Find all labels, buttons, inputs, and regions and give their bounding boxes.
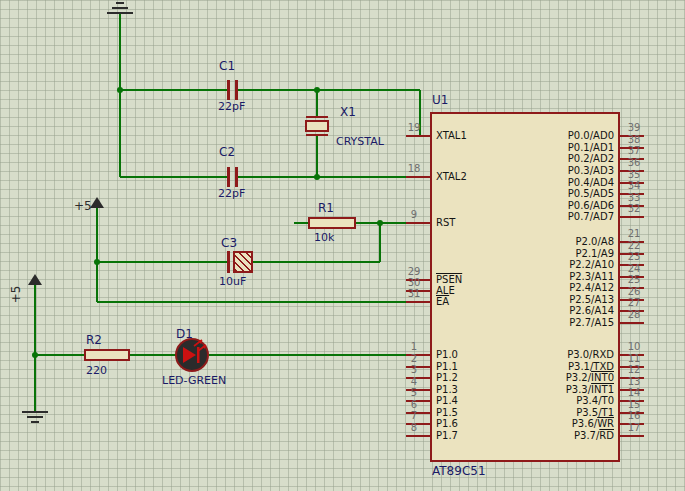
r2-resistor[interactable] — [84, 349, 130, 361]
pin-number: 23 — [622, 251, 646, 263]
junction-dot — [94, 259, 100, 265]
c3-ref[interactable]: C3 — [221, 237, 237, 250]
pin-number: 32 — [622, 203, 646, 215]
c2-value[interactable]: 22pF — [218, 187, 245, 200]
wire-segment[interactable] — [119, 14, 121, 177]
pin-number: 10 — [622, 341, 646, 353]
pin-name: P1.2 — [436, 372, 458, 384]
pin-number: 12 — [622, 364, 646, 376]
wire-segment[interactable] — [294, 222, 308, 224]
ground-bar — [116, 2, 124, 4]
pin-stub[interactable] — [406, 135, 430, 137]
pin-number: 27 — [622, 297, 646, 309]
pin-name: P1.0 — [436, 349, 458, 361]
pin-number: 14 — [622, 387, 646, 399]
wire-segment[interactable] — [34, 355, 36, 412]
wire-segment[interactable] — [97, 301, 406, 303]
r1-value[interactable]: 10k — [314, 231, 334, 244]
wire-segment[interactable] — [96, 206, 98, 302]
pin-stub[interactable] — [406, 222, 430, 224]
vcc-label[interactable]: +5 — [74, 200, 92, 213]
pin-number: 18 — [402, 163, 426, 175]
wire-segment[interactable] — [316, 90, 318, 117]
power-arrow-icon — [90, 197, 104, 208]
pin-number: 5 — [402, 387, 426, 399]
pin-name: P0.0/AD0 — [474, 130, 614, 142]
wire-segment[interactable] — [120, 176, 227, 178]
r1-ref[interactable]: R1 — [318, 202, 334, 215]
pin-stub[interactable] — [620, 216, 644, 218]
pin-stub[interactable] — [406, 301, 430, 303]
wire-segment[interactable] — [130, 354, 176, 356]
capacitor-plate — [235, 167, 238, 187]
pin-number: 9 — [402, 209, 426, 221]
wire-segment[interactable] — [316, 135, 318, 177]
pin-name: P1.4 — [436, 395, 458, 407]
pin-name: P3.2/INT0 — [474, 372, 614, 384]
x1-ref[interactable]: X1 — [340, 106, 356, 119]
u1-ref[interactable]: U1 — [432, 94, 448, 107]
pin-stub[interactable] — [406, 435, 430, 437]
pin-number: 31 — [402, 288, 426, 300]
r2-ref[interactable]: R2 — [86, 334, 102, 347]
wire-segment[interactable] — [379, 223, 381, 262]
pin-name: XTAL1 — [436, 130, 467, 142]
ground-bar — [112, 7, 128, 9]
wire-segment[interactable] — [238, 89, 420, 91]
r1-resistor[interactable] — [308, 217, 356, 229]
pin-name: P3.0/RXD — [474, 349, 614, 361]
crystal-plate — [306, 134, 328, 136]
d1-ref[interactable]: D1 — [176, 328, 193, 341]
pin-number: 3 — [402, 364, 426, 376]
pin-name: XTAL2 — [436, 171, 467, 183]
ground-bar — [22, 411, 48, 413]
vcc-label[interactable]: +5 — [10, 286, 23, 304]
pin-name: P2.6/A14 — [474, 305, 614, 317]
junction-dot — [377, 220, 383, 226]
capacitor-plate — [227, 80, 230, 100]
junction-dot — [32, 352, 38, 358]
c3-value[interactable]: 10uF — [219, 275, 246, 288]
c2-ref[interactable]: C2 — [219, 146, 235, 159]
power-arrow-icon — [28, 274, 42, 285]
pin-name: P1.6 — [436, 418, 458, 430]
c1-value[interactable]: 22pF — [218, 100, 245, 113]
junction-dot — [314, 174, 320, 180]
pin-number: 21 — [622, 228, 646, 240]
ground-bar — [31, 421, 39, 423]
pin-name: P3.4/T0 — [474, 395, 614, 407]
x1-value[interactable]: CRYSTAL — [336, 135, 384, 148]
pin-name: P0.2/AD2 — [474, 153, 614, 165]
ground-bar — [27, 416, 43, 418]
junction-dot — [314, 87, 320, 93]
junction-dot — [117, 87, 123, 93]
pin-number: 7 — [402, 410, 426, 422]
pin-stub[interactable] — [620, 435, 644, 437]
wire-segment[interactable] — [120, 89, 227, 91]
capacitor-electrolytic-body — [233, 251, 253, 273]
wire-segment[interactable] — [238, 176, 406, 178]
pin-number: 39 — [622, 122, 646, 134]
pin-number: 19 — [402, 122, 426, 134]
capacitor-plate — [227, 251, 230, 273]
wire-segment[interactable] — [253, 261, 380, 263]
schematic-canvas: +5 +5 C1 22pF C2 22pF X1 CRYSTAL R1 10k … — [0, 0, 685, 491]
pin-number: 25 — [622, 274, 646, 286]
pin-name: P3.7/RD — [474, 430, 614, 442]
c1-ref[interactable]: C1 — [219, 60, 235, 73]
wire-segment[interactable] — [35, 354, 84, 356]
pin-name: EA — [436, 296, 449, 308]
pin-name: P0.7/AD7 — [474, 211, 614, 223]
pin-name: P2.7/A15 — [474, 317, 614, 329]
pin-stub[interactable] — [620, 322, 644, 324]
u1-part-name[interactable]: AT89C51 — [432, 465, 486, 478]
r2-value[interactable]: 220 — [86, 364, 107, 377]
wire-segment[interactable] — [34, 284, 36, 355]
d1-led[interactable] — [174, 337, 210, 373]
pin-number: 36 — [622, 157, 646, 169]
pin-stub[interactable] — [406, 176, 430, 178]
wire-segment[interactable] — [209, 354, 406, 356]
d1-value[interactable]: LED-GREEN — [162, 374, 226, 387]
wire-segment[interactable] — [97, 261, 227, 263]
pin-name: P2.2/A10 — [474, 259, 614, 271]
